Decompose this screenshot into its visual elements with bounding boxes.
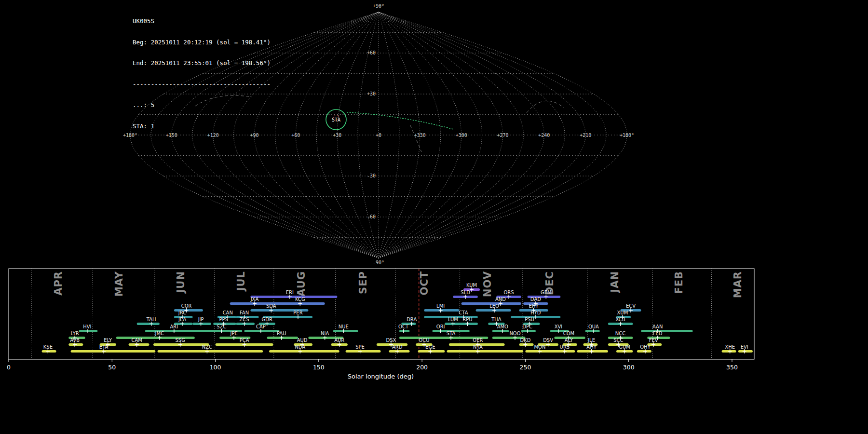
shower-label: NZC [202, 344, 212, 350]
shower-label: AHY [586, 344, 597, 350]
shower-label: AUD [297, 338, 308, 343]
map-lon-label: +210 [580, 133, 591, 138]
shower-label: NTA [473, 344, 483, 350]
shower-peak-marker [439, 329, 443, 333]
shower-bar [71, 350, 156, 353]
shower-label: XVI [555, 324, 563, 329]
month-label: FEB [673, 271, 685, 294]
month-label: JUL [235, 271, 247, 292]
shower-peak-marker [534, 315, 538, 319]
shower-peak-marker [556, 329, 560, 333]
shower-label: NUE [339, 324, 349, 329]
shower-label: ZCS [240, 317, 249, 322]
shower-label: JPE [230, 331, 237, 336]
shower-label: GEM [541, 290, 552, 295]
shower-peak-marker [439, 308, 443, 312]
shower-peak-marker [288, 295, 292, 299]
shower-label: JLE [587, 338, 595, 343]
shower-label: NIA [321, 331, 329, 336]
shower-peak-marker [538, 349, 542, 353]
shower-peak-marker [546, 342, 550, 347]
shower-peak-marker [296, 315, 300, 319]
x-tick-label: 300 [623, 364, 635, 371]
shower-label: XCB [616, 317, 625, 322]
shower-bar [269, 350, 339, 353]
shower-label: PER [293, 310, 302, 315]
shower-bar [492, 330, 509, 332]
shower-label: COM [563, 331, 574, 336]
shower-peak-marker [102, 349, 106, 353]
shower-peak-marker [269, 308, 273, 312]
shower-label: LMI [436, 303, 445, 309]
shower-label: LYR [70, 331, 79, 336]
shower-peak-marker [46, 349, 50, 353]
shower-peak-marker [395, 349, 399, 353]
info-panel: UK005S Beg: 20251011 20:12:19 (sol = 198… [133, 4, 271, 137]
shower-peak-marker [428, 349, 432, 353]
shower-label: GUM [619, 344, 630, 350]
shower-label: FEV [649, 338, 658, 343]
month-label: JAN [609, 271, 621, 294]
shower-label: XHE [725, 344, 735, 350]
shower-label: ARD [392, 344, 403, 350]
shower-sta-count: STA: 1 [133, 123, 271, 130]
shower-label: JIP [198, 317, 204, 322]
shower-peak-marker [149, 322, 153, 326]
shower-peak-marker [465, 322, 469, 326]
shower-bar [525, 350, 560, 353]
shower-peak-marker [199, 322, 203, 326]
shower-label: SCC [613, 338, 623, 343]
shower-peak-marker [265, 322, 269, 326]
shower-label: ORI [436, 324, 445, 329]
shower-label: AVB [70, 338, 80, 343]
shower-peak-marker [341, 329, 345, 333]
shower-peak-marker [643, 349, 647, 353]
shower-peak-marker [470, 287, 474, 292]
station-id: UK005S [133, 18, 271, 25]
shower-peak-marker [410, 322, 414, 326]
shower-label: HVI [83, 324, 91, 329]
map-lon-label: +240 [538, 133, 550, 138]
shower-label: EVI [741, 344, 748, 350]
shower-label: LUM [448, 317, 458, 322]
shower-label: CAN [223, 310, 233, 315]
shower-peak-marker [449, 336, 453, 340]
observation-end: End: 20251011 23:55:01 (sol = 198.56°) [133, 60, 271, 67]
map-lon-label: +30 [333, 133, 341, 138]
shower-label: SSG [175, 338, 185, 343]
month-label: NOV [482, 271, 493, 297]
activity-chart: APRMAYJUNJULAUGSEPOCTNOVDECJANFEBMARKUME… [7, 269, 754, 380]
shower-bar [447, 350, 524, 353]
shower-label: AMO [497, 324, 508, 329]
shower-peak-marker [526, 329, 529, 333]
shower-label: NCC [615, 331, 625, 336]
shower-peak-marker [592, 329, 596, 333]
map-lon-label: +0 [376, 133, 381, 138]
map-lat-label: -90° [373, 260, 384, 265]
shower-label: MON [534, 344, 545, 350]
shower-label: AND [495, 297, 506, 302]
shower-peak-marker [743, 349, 746, 353]
shower-label: CAM [131, 338, 142, 343]
shower-peak-marker [563, 349, 567, 353]
shower-peak-marker [451, 322, 455, 326]
shower-peak-marker [158, 336, 162, 340]
map-lon-label: +300 [456, 133, 467, 138]
month-label: APR [53, 271, 64, 296]
shower-label: SDA [266, 303, 276, 309]
shower-label: URS [560, 344, 570, 350]
shower-label: FED [653, 331, 663, 336]
shower-peak-marker [280, 336, 284, 340]
observation-begin: Beg: 20251011 20:12:19 (sol = 198.41°) [133, 39, 271, 46]
shower-label: SPE [355, 344, 365, 350]
shower-label: FAN [240, 310, 249, 315]
map-lat-label: +90° [373, 3, 384, 9]
month-label: AUG [296, 271, 307, 297]
shower-label: SLD [461, 290, 470, 295]
shower-label: ORS [504, 290, 514, 295]
shower-label: OHY [640, 344, 651, 350]
shower-label: CAP [256, 324, 266, 329]
shower-label: STA [447, 331, 456, 336]
x-axis-title: Solar longitude (deg) [348, 373, 414, 380]
shower-peak-marker [243, 322, 246, 326]
